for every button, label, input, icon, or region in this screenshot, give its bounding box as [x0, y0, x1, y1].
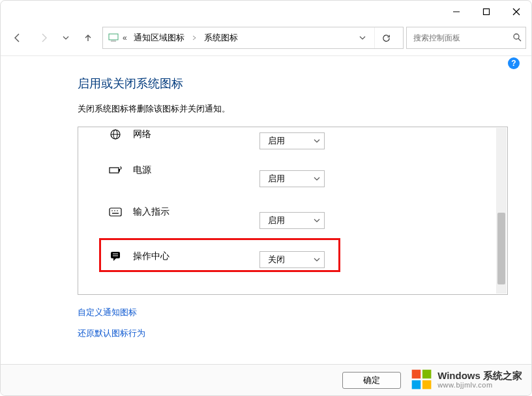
row-network-label: 网络	[124, 129, 151, 140]
row-power-value: 启用	[260, 173, 310, 185]
page-title: 启用或关闭系统图标	[78, 76, 508, 91]
close-button[interactable]	[501, 1, 531, 22]
search-icon[interactable]	[512, 33, 522, 44]
watermark-brand-suffix: 系统之家	[480, 370, 522, 381]
row-power-select[interactable]: 启用	[259, 170, 325, 187]
svg-rect-11	[110, 168, 119, 173]
svg-point-15	[114, 210, 115, 211]
row-ime: 输入指示 启用	[78, 191, 495, 233]
row-action-center-label: 操作中心	[124, 251, 170, 262]
svg-point-16	[117, 210, 118, 211]
chevron-down-icon	[310, 217, 324, 224]
svg-point-14	[111, 210, 113, 211]
svg-rect-21	[412, 370, 421, 379]
page-description: 关闭系统图标将删除该图标并关闭通知。	[78, 103, 508, 115]
network-icon	[107, 129, 124, 140]
row-action-center-value: 关闭	[260, 254, 310, 266]
svg-line-7	[518, 38, 521, 41]
power-icon	[107, 166, 124, 175]
row-action-center-select[interactable]: 关闭	[259, 251, 325, 268]
content-area: ? 启用或关闭系统图标 关闭系统图标将删除该图标并关闭通知。 网络 启用	[1, 56, 531, 359]
svg-rect-12	[119, 169, 120, 172]
scrollbar-thumb[interactable]	[497, 213, 505, 284]
watermark-brand: Windows 系统之家	[437, 371, 522, 382]
row-ime-label: 输入指示	[124, 206, 170, 218]
control-panel-icon	[108, 33, 120, 42]
help-button[interactable]: ?	[508, 57, 520, 69]
row-network: 网络 启用	[78, 127, 495, 149]
row-ime-value: 启用	[260, 215, 310, 226]
scrollbar[interactable]	[496, 128, 507, 294]
row-power: 电源 启用	[78, 149, 495, 191]
svg-rect-1	[484, 9, 490, 15]
address-bar[interactable]: « 通知区域图标 系统图标	[102, 27, 404, 49]
breadcrumb-notification-icons[interactable]: 通知区域图标	[130, 29, 188, 46]
up-button[interactable]	[76, 27, 100, 49]
chevron-down-icon	[310, 138, 324, 144]
address-dropdown[interactable]	[353, 27, 372, 48]
row-network-select[interactable]: 启用	[259, 132, 325, 149]
links-area: 自定义通知图标 还原默认图标行为	[78, 307, 508, 339]
breadcrumb-system-icons[interactable]: 系统图标	[200, 29, 242, 46]
action-center-icon	[107, 251, 124, 262]
ime-icon	[107, 207, 124, 217]
row-network-value: 启用	[260, 135, 310, 147]
ok-button[interactable]: 确定	[342, 372, 401, 389]
forward-button[interactable]	[32, 27, 55, 49]
chevron-down-icon	[310, 175, 324, 182]
refresh-button[interactable]	[374, 27, 398, 48]
svg-rect-18	[111, 252, 120, 258]
breadcrumb-overflow[interactable]: «	[123, 33, 127, 42]
maximize-button[interactable]	[471, 1, 501, 22]
link-restore-defaults[interactable]: 还原默认图标行为	[78, 327, 508, 339]
svg-rect-23	[412, 380, 421, 389]
row-power-label: 电源	[124, 164, 151, 176]
windows-logo-icon	[410, 368, 434, 391]
svg-rect-13	[110, 208, 121, 216]
svg-rect-4	[109, 34, 118, 40]
chevron-down-icon	[310, 256, 324, 263]
svg-point-6	[514, 34, 519, 39]
row-ime-select[interactable]: 启用	[259, 212, 325, 229]
search-input[interactable]	[412, 33, 512, 43]
link-customize-icons[interactable]: 自定义通知图标	[78, 307, 508, 318]
chevron-right-icon[interactable]	[191, 35, 198, 42]
titlebar	[1, 1, 531, 23]
recent-dropdown[interactable]	[58, 27, 74, 49]
navbar: « 通知区域图标 系统图标	[1, 23, 531, 55]
svg-rect-24	[422, 380, 432, 389]
watermark: Windows 系统之家 www.bjjmlv.com	[410, 368, 522, 391]
search-box[interactable]	[406, 27, 526, 49]
back-button[interactable]	[6, 27, 29, 49]
watermark-url: www.bjjmlv.com	[437, 381, 522, 389]
watermark-brand-win: Windows	[437, 370, 480, 381]
minimize-button[interactable]	[441, 1, 471, 22]
row-action-center: 操作中心 关闭	[78, 233, 495, 280]
svg-rect-22	[422, 370, 432, 379]
system-icons-panel: 网络 启用 电源 启用	[78, 127, 508, 295]
